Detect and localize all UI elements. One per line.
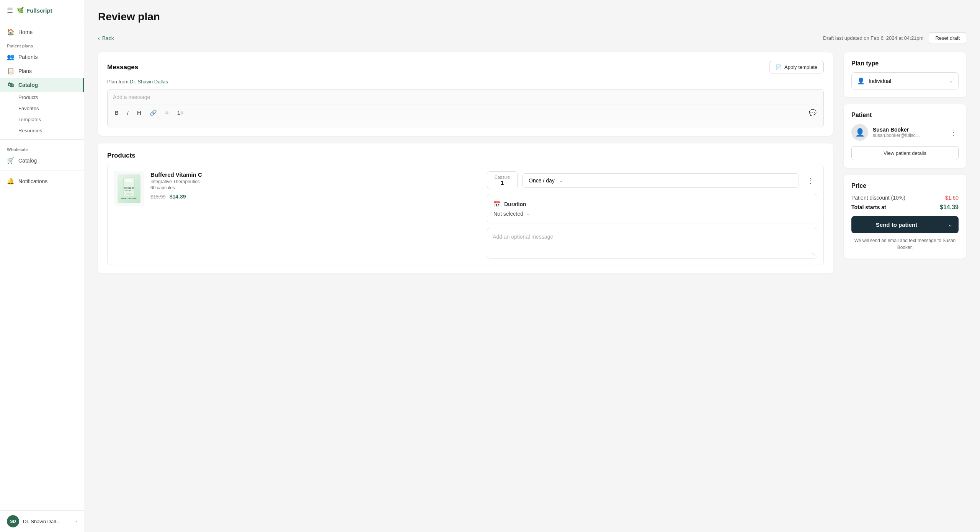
product-image-placeholder: BUFFERED VITAMIN C INTEGRATIVE — [118, 174, 140, 203]
discount-label: Patient discount (10%) — [851, 195, 905, 201]
more-dots-icon: ⋮ — [807, 176, 814, 185]
patient-card-title: Patient — [851, 112, 959, 119]
wholesale-catalog-icon: 🛒 — [7, 157, 15, 164]
products-section-header: Products — [107, 152, 824, 159]
sidebar-item-notifications[interactable]: 🔔 Notifications — [0, 174, 84, 188]
patient-more-dots-icon: ⋮ — [949, 128, 957, 137]
product-brand: Integrative Therapeutics — [150, 179, 481, 184]
patient-more-button[interactable]: ⋮ — [948, 126, 959, 138]
calendar-icon: 📅 — [493, 200, 501, 208]
sidebar-item-plans[interactable]: 📋 Plans — [0, 64, 84, 78]
page-title: Review plan — [98, 11, 966, 23]
sidebar-item-patients[interactable]: 👥 Patients — [0, 50, 84, 64]
patient-avatar-icon: 👤 — [855, 128, 865, 137]
send-to-patient-button[interactable]: Send to patient — [851, 216, 942, 233]
optional-message-box[interactable]: Add an optional message ⤡ — [487, 228, 817, 259]
content-main: Messages 📄 Apply template Plan from Dr. … — [98, 52, 833, 273]
patient-info: Susan Booker susan.booker@fullsc… — [873, 127, 943, 138]
sidebar-wholesale-catalog-label: Catalog — [18, 158, 37, 164]
wholesale-section-label: Wholesale — [0, 143, 84, 153]
sidebar-item-home[interactable]: 🏠 Home — [0, 25, 84, 39]
sidebar-notifications-label: Notifications — [18, 178, 47, 184]
sidebar-item-templates[interactable]: Templates — [0, 114, 84, 125]
product-size: 60 capsules — [150, 185, 481, 190]
product-more-button[interactable]: ⋮ — [804, 174, 817, 187]
product-brand-badge: INTEGRATIVE — [121, 197, 137, 200]
italic-icon: I — [127, 109, 129, 116]
svg-text:VITAMIN C: VITAMIN C — [125, 190, 133, 192]
products-section: Products BUFFERED VITAMIN C — [98, 143, 833, 273]
user-avatar-initials: SD — [7, 515, 19, 527]
sidebar-footer-user[interactable]: SD Dr. Shawn Dall… › — [0, 510, 84, 532]
document-icon: 📄 — [776, 64, 782, 70]
sidebar-item-favorites[interactable]: Favorites — [0, 103, 84, 114]
resize-handle-icon: ⤡ — [812, 251, 815, 257]
duration-selector[interactable]: Not selected ⌄ — [493, 211, 811, 217]
notifications-icon: 🔔 — [7, 177, 15, 185]
sidebar-item-patients-label: Patients — [18, 54, 38, 60]
user-name: Dr. Shawn Dall… — [23, 519, 72, 524]
bold-button[interactable]: B — [113, 109, 120, 117]
ordered-list-icon: 1≡ — [177, 109, 184, 116]
patient-plans-section-label: Patient plans — [0, 39, 84, 50]
catalog-icon: 🛍 — [7, 81, 15, 88]
apply-template-button[interactable]: 📄 Apply template — [769, 61, 824, 73]
patient-card: Patient 👤 Susan Booker susan.booker@full… — [844, 104, 966, 168]
view-patient-details-button[interactable]: View patient details — [851, 146, 959, 160]
top-bar: ‹ Back Draft last updated on Feb 6, 2024… — [98, 32, 966, 44]
content-layout: Messages 📄 Apply template Plan from Dr. … — [98, 52, 966, 273]
sidebar-item-catalog[interactable]: 🛍 Catalog — [0, 78, 84, 92]
sidebar-divider — [0, 139, 84, 140]
dosage-row: Capsule 1 Once / day ⌄ ⋮ — [487, 171, 817, 189]
back-link[interactable]: ‹ Back — [98, 35, 114, 41]
hamburger-menu-button[interactable]: ☰ — [7, 6, 13, 15]
product-card: BUFFERED VITAMIN C INTEGRATIVE Buffered … — [107, 165, 824, 265]
patient-row: 👤 Susan Booker susan.booker@fullsc… ⋮ — [851, 124, 959, 141]
italic-button[interactable]: I — [126, 109, 130, 117]
sidebar-item-resources[interactable]: Resources — [0, 125, 84, 136]
duration-title: Duration — [504, 201, 526, 207]
logo: 🌿 Fullscript — [17, 7, 52, 14]
ordered-list-button[interactable]: 1≡ — [176, 109, 185, 117]
capsule-box: Capsule 1 — [487, 171, 518, 189]
comment-button[interactable]: 💬 — [807, 108, 818, 117]
patient-name: Susan Booker — [873, 127, 943, 133]
message-placeholder-text: Add a message — [113, 94, 150, 100]
duration-header: 📅 Duration — [493, 200, 811, 208]
logo-text: Fullscript — [26, 7, 52, 14]
products-section-title: Products — [107, 152, 136, 159]
sidebar-item-products[interactable]: Products — [0, 92, 84, 103]
heading-button[interactable]: H — [136, 109, 143, 117]
reset-draft-button[interactable]: Reset draft — [929, 32, 966, 44]
home-icon: 🏠 — [7, 28, 15, 36]
product-controls: Capsule 1 Once / day ⌄ ⋮ — [487, 171, 817, 259]
sidebar-resources-label: Resources — [18, 128, 42, 133]
link-icon: 🔗 — [150, 109, 157, 116]
link-button[interactable]: 🔗 — [148, 109, 158, 117]
plan-from-link[interactable]: Dr. Shawn Dallas — [130, 79, 168, 85]
total-value: $14.39 — [940, 204, 959, 211]
product-name: Buffered Vitamin C — [150, 171, 481, 178]
bold-icon: B — [114, 109, 119, 116]
right-sidebar: Plan type 👤 Individual ⌄ Patient 👤 Susan… — [844, 52, 966, 273]
sidebar-item-home-label: Home — [18, 29, 33, 35]
sidebar-item-plans-label: Plans — [18, 68, 32, 74]
comment-icon: 💬 — [809, 109, 817, 116]
messages-section-title: Messages — [107, 63, 138, 71]
sidebar-templates-label: Templates — [18, 117, 41, 122]
optional-message-placeholder: Add an optional message — [493, 234, 553, 240]
unordered-list-button[interactable]: ≡ — [164, 109, 170, 117]
svg-rect-1 — [125, 179, 133, 182]
svg-text:BUFFERED: BUFFERED — [124, 187, 134, 189]
messages-section: Messages 📄 Apply template Plan from Dr. … — [98, 52, 833, 136]
capsule-value: 1 — [493, 179, 512, 186]
send-button-dropdown[interactable]: ⌄ — [942, 216, 959, 233]
sidebar-item-wholesale-catalog[interactable]: 🛒 Catalog — [0, 153, 84, 168]
frequency-selector[interactable]: Once / day ⌄ — [522, 173, 799, 188]
duration-box: 📅 Duration Not selected ⌄ — [487, 194, 817, 223]
plan-type-selector[interactable]: 👤 Individual ⌄ — [851, 72, 959, 89]
logo-icon: 🌿 — [17, 7, 24, 14]
plan-type-person-icon: 👤 — [857, 77, 865, 85]
send-dropdown-chevron-icon: ⌄ — [948, 222, 952, 228]
message-input-box[interactable]: Add a message B I H 🔗 ≡ 1≡ 💬 — [107, 89, 824, 127]
